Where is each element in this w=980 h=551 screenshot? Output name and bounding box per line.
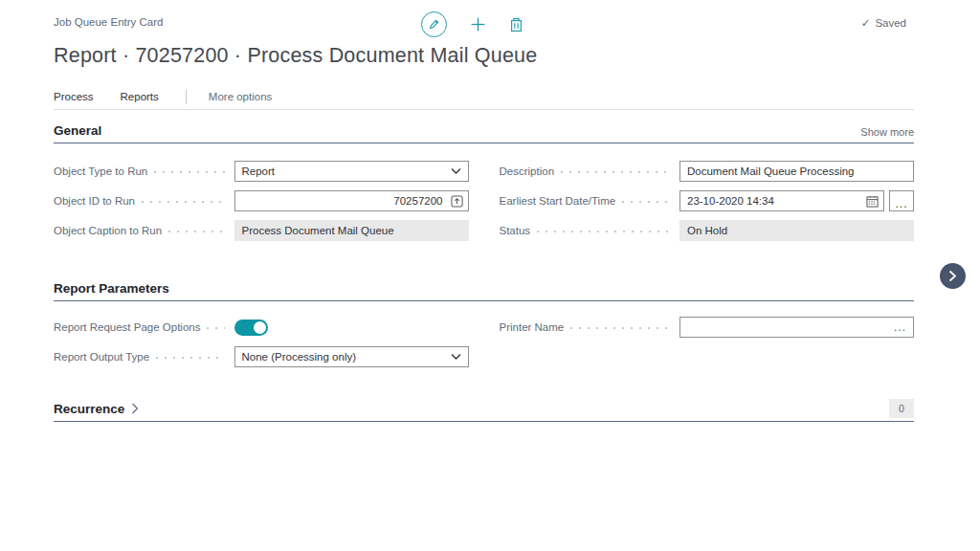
- menu-item-more-options[interactable]: More options: [209, 91, 272, 102]
- page-caption: Job Queue Entry Card: [54, 16, 163, 28]
- dotted-leader: [168, 231, 224, 232]
- dotted-leader: [622, 201, 670, 203]
- report-output-type-label: Report Output Type: [54, 351, 149, 363]
- page-title: Report · 70257200 · Process Document Mai…: [54, 44, 914, 68]
- chevron-down-icon: [451, 353, 461, 361]
- pencil-icon: [428, 18, 440, 31]
- status-label: Status: [500, 225, 531, 236]
- chevron-down-icon: [451, 167, 461, 175]
- plus-icon: [470, 16, 486, 33]
- field-description: Description: [500, 161, 915, 182]
- chevron-right-icon: [131, 403, 139, 414]
- trash-icon: [509, 17, 523, 33]
- recurrence-toggle[interactable]: Recurrence: [54, 402, 139, 416]
- dotted-leader: [142, 201, 224, 203]
- printer-name-input[interactable]: [685, 321, 892, 333]
- recurrence-count-badge: 0: [889, 399, 914, 418]
- report-parameters-header: Report Parameters: [54, 281, 914, 301]
- dotted-leader: [570, 327, 670, 329]
- edit-button[interactable]: [421, 11, 447, 37]
- show-more-link[interactable]: Show more: [860, 126, 914, 138]
- description-label: Description: [500, 165, 555, 177]
- field-report-request-page-options: Report Request Page Options: [54, 317, 469, 338]
- job-queue-entry-card-page: Job Queue Entry Card: [0, 13, 980, 422]
- field-printer-name: Printer Name ...: [500, 317, 915, 338]
- report-output-type-value: None (Processing only): [242, 351, 357, 363]
- earliest-start-datetime-label: Earliest Start Date/Time: [500, 195, 616, 207]
- dotted-leader: [154, 171, 224, 173]
- save-status: ✓ Saved: [861, 16, 906, 30]
- field-report-output-type: Report Output Type None (Processing only…: [54, 346, 469, 367]
- report-parameters-fields: Report Request Page Options Printer Name…: [54, 317, 914, 367]
- printer-name-label: Printer Name: [500, 321, 565, 333]
- page-header: Job Queue Entry Card: [54, 13, 914, 40]
- field-object-caption-to-run: Object Caption to Run Process Document M…: [54, 220, 469, 241]
- page-actions: [421, 11, 523, 37]
- field-object-id-to-run: Object ID to Run: [54, 190, 469, 211]
- general-fields: Object Type to Run Report Descriptio: [54, 161, 914, 241]
- general-header: General Show more: [54, 123, 914, 143]
- field-object-type-to-run: Object Type to Run Report: [54, 161, 469, 182]
- object-type-to-run-value: Report: [242, 165, 276, 177]
- report-request-page-options-toggle[interactable]: [234, 320, 268, 336]
- menu-item-process[interactable]: Process: [54, 91, 94, 102]
- chevron-right-icon: [948, 270, 957, 282]
- toggle-knob: [254, 321, 266, 334]
- report-request-page-options-label: Report Request Page Options: [54, 321, 200, 333]
- menu-divider: [186, 90, 187, 104]
- report-output-type-select[interactable]: None (Processing only): [234, 346, 469, 367]
- earliest-start-datetime-input[interactable]: [685, 195, 860, 207]
- object-id-to-run-input[interactable]: [240, 195, 445, 207]
- general-title[interactable]: General: [54, 123, 101, 138]
- dotted-leader: [207, 327, 224, 329]
- dotted-leader: [537, 231, 670, 232]
- object-type-to-run-label: Object Type to Run: [54, 165, 147, 177]
- object-id-to-run-label: Object ID to Run: [54, 195, 135, 207]
- section-report-parameters: Report Parameters Report Request Page Op…: [54, 281, 914, 367]
- printer-assist-edit-button[interactable]: ...: [892, 322, 908, 332]
- object-type-to-run-select[interactable]: Report: [234, 161, 469, 182]
- section-general: General Show more Object Type to Run Rep…: [54, 123, 914, 241]
- spacer: [500, 346, 915, 367]
- menu-item-reports[interactable]: Reports: [121, 91, 159, 102]
- description-input[interactable]: [685, 165, 908, 177]
- lookup-icon[interactable]: [451, 195, 463, 208]
- dotted-leader: [561, 171, 670, 173]
- action-menubar: Process Reports More options: [54, 84, 914, 110]
- object-caption-to-run-value: Process Document Mail Queue: [234, 220, 469, 241]
- save-status-label: Saved: [875, 17, 906, 29]
- recurrence-title: Recurrence: [54, 402, 124, 416]
- field-earliest-start-datetime: Earliest Start Date/Time: [500, 190, 915, 211]
- new-button[interactable]: [470, 16, 486, 33]
- next-record-button[interactable]: [940, 263, 966, 289]
- calendar-icon[interactable]: [866, 195, 879, 208]
- status-value: On Hold: [679, 220, 914, 241]
- dotted-leader: [156, 357, 224, 359]
- delete-button[interactable]: [509, 17, 523, 33]
- section-recurrence: Recurrence 0: [54, 399, 914, 422]
- check-icon: ✓: [861, 16, 871, 30]
- report-parameters-title[interactable]: Report Parameters: [54, 281, 169, 296]
- datetime-assist-edit-button[interactable]: ...: [889, 190, 914, 211]
- field-status: Status On Hold: [500, 220, 915, 241]
- object-caption-to-run-label: Object Caption to Run: [54, 225, 162, 236]
